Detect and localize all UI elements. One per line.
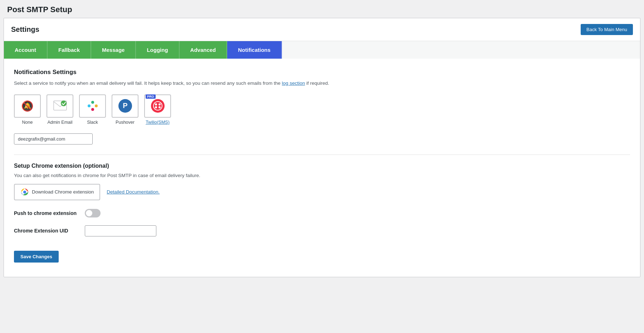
notifications-section-desc: Select a service to notify you when an e… bbox=[14, 79, 630, 87]
chrome-uid-label: Chrome Extension UID bbox=[14, 228, 78, 234]
service-none-icon-box: 🔕 bbox=[14, 94, 41, 118]
twilio-icon bbox=[150, 98, 165, 113]
svg-rect-2 bbox=[88, 104, 91, 107]
download-chrome-button[interactable]: Download Chrome extension bbox=[14, 184, 100, 200]
tab-advanced[interactable]: Advanced bbox=[180, 41, 228, 59]
back-to-main-menu-button[interactable]: Back To Main Menu bbox=[581, 24, 633, 35]
svg-point-11 bbox=[158, 103, 161, 106]
tab-account[interactable]: Account bbox=[4, 41, 48, 59]
service-admin-email-icon-box bbox=[47, 94, 73, 118]
chrome-ext-section-desc: You can also get notifications in chrome… bbox=[14, 173, 630, 178]
service-icons-row: 🔕 None Admin Email bbox=[14, 94, 630, 125]
service-admin-email[interactable]: Admin Email bbox=[47, 94, 73, 125]
pro-badge: PRO bbox=[146, 94, 156, 99]
service-slack-icon-box bbox=[79, 94, 106, 118]
chrome-ext-row: Download Chrome extension Detailed Docum… bbox=[14, 184, 630, 200]
notifications-section-title: Notifications Settings bbox=[14, 69, 630, 76]
svg-point-10 bbox=[155, 103, 157, 106]
service-twilio-icon-box: PRO bbox=[144, 94, 171, 118]
email-input[interactable] bbox=[14, 133, 93, 145]
service-slack-label: Slack bbox=[87, 120, 98, 125]
push-to-chrome-toggle[interactable] bbox=[85, 209, 101, 217]
detailed-documentation-link[interactable]: Detailed Documentation. bbox=[107, 189, 160, 195]
svg-point-1 bbox=[61, 101, 67, 106]
svg-point-12 bbox=[155, 106, 157, 108]
push-to-chrome-label: Push to chrome extension bbox=[14, 210, 78, 216]
tab-logging[interactable]: Logging bbox=[136, 41, 179, 59]
service-none[interactable]: 🔕 None bbox=[14, 94, 41, 125]
divider-1 bbox=[14, 155, 630, 155]
svg-text:P: P bbox=[123, 102, 127, 109]
service-slack[interactable]: Slack bbox=[79, 94, 106, 125]
pushover-icon: P bbox=[118, 98, 133, 113]
settings-title: Settings bbox=[11, 25, 39, 34]
tab-notifications[interactable]: Notifications bbox=[227, 41, 282, 59]
chrome-ext-section-title: Setup Chrome extension (optional) bbox=[14, 163, 630, 169]
settings-card: Settings Back To Main Menu Account Fallb… bbox=[4, 18, 640, 277]
chrome-uid-input[interactable] bbox=[85, 225, 156, 236]
service-twilio-label[interactable]: Twilio(SMS) bbox=[146, 120, 170, 125]
svg-rect-4 bbox=[95, 104, 98, 107]
toggle-slider bbox=[85, 209, 101, 217]
push-to-chrome-row: Push to chrome extension bbox=[14, 209, 630, 217]
svg-point-13 bbox=[158, 106, 161, 108]
download-chrome-label: Download Chrome extension bbox=[32, 189, 94, 195]
tab-fallback[interactable]: Fallback bbox=[48, 41, 91, 59]
save-changes-button[interactable]: Save Changes bbox=[14, 251, 59, 263]
svg-rect-5 bbox=[91, 108, 94, 111]
slack-icon bbox=[86, 99, 100, 113]
service-admin-email-label: Admin Email bbox=[47, 120, 72, 125]
svg-point-8 bbox=[151, 99, 165, 113]
tab-message[interactable]: Message bbox=[91, 41, 136, 59]
chrome-logo-icon bbox=[20, 188, 29, 196]
tabs-row: Account Fallback Message Logging Advance… bbox=[4, 41, 640, 59]
service-pushover[interactable]: P Pushover bbox=[112, 94, 138, 125]
bell-off-icon: 🔕 bbox=[21, 100, 34, 112]
svg-point-16 bbox=[23, 191, 26, 194]
service-twilio[interactable]: PRO Twilio(SMS) bbox=[144, 94, 171, 125]
service-pushover-icon-box: P bbox=[112, 94, 138, 118]
log-section-link[interactable]: log section bbox=[282, 80, 305, 86]
content-area: Notifications Settings Select a service … bbox=[4, 59, 640, 277]
admin-email-icon bbox=[53, 101, 67, 111]
page-title: Post SMTP Setup bbox=[0, 0, 644, 18]
chrome-uid-row: Chrome Extension UID bbox=[14, 225, 630, 236]
svg-rect-3 bbox=[91, 101, 94, 104]
service-none-label: None bbox=[22, 120, 33, 125]
service-pushover-label: Pushover bbox=[116, 120, 135, 125]
settings-header: Settings Back To Main Menu bbox=[4, 18, 640, 41]
